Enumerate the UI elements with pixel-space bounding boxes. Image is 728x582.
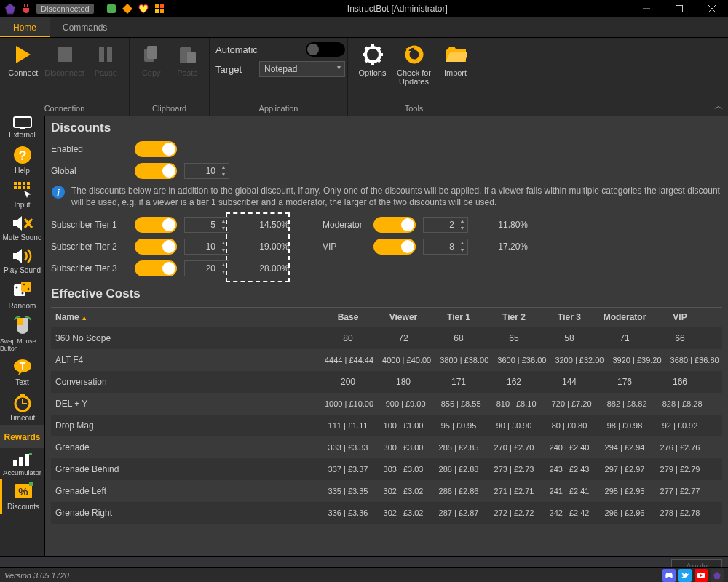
table-row[interactable]: Conversation200180171162144176166: [51, 371, 722, 393]
vip-input[interactable]: [424, 242, 457, 252]
mod-toggle[interactable]: [373, 217, 416, 233]
twitter-icon[interactable]: [678, 569, 692, 582]
table-row[interactable]: Grenade Right336 | £3.36302 | £3.02287 |…: [51, 502, 722, 524]
options-button[interactable]: Options: [354, 42, 391, 77]
group-clipboard-label: Clipboard: [135, 104, 203, 114]
app-icon: [4, 3, 16, 15]
sidebar-item-rewards[interactable]: Rewards: [0, 425, 44, 448]
cell: 276 | £2.76: [652, 443, 708, 452]
enabled-toggle[interactable]: [135, 141, 177, 157]
table-row[interactable]: Grenade Behind337 | £3.37303 | £3.03288 …: [51, 458, 722, 480]
sidebar-item-play-sound[interactable]: Play Sound: [0, 244, 44, 277]
tab-home[interactable]: Home: [0, 17, 50, 37]
tier2-input[interactable]: [185, 242, 218, 252]
sidebar-item-external[interactable]: External: [0, 116, 44, 142]
mod-value[interactable]: ▲▼: [423, 217, 468, 233]
target-select[interactable]: Notepad: [259, 61, 345, 77]
sidebar-item-help[interactable]: ? Help: [0, 142, 44, 178]
cell: 1000 | £10.00: [320, 399, 378, 408]
ribbon: Connect Disconnect Pause Connection Copy…: [0, 38, 728, 116]
check-updates-label: Check for Updates: [395, 68, 432, 86]
check-updates-button[interactable]: Check for Updates: [395, 42, 432, 86]
svg-rect-35: [23, 182, 25, 185]
sidebar-item-mute-sound[interactable]: Mute Sound: [0, 212, 44, 244]
tier3-input[interactable]: [185, 263, 218, 274]
table-row[interactable]: 360 No Scope80726865587166: [51, 327, 722, 349]
col-tier1[interactable]: Tier 1: [431, 312, 486, 322]
svg-rect-33: [14, 182, 17, 185]
col-tier2[interactable]: Tier 2: [486, 312, 542, 322]
heart-icon[interactable]: [138, 3, 149, 15]
global-input[interactable]: [185, 166, 218, 176]
cell: 3600 | £36.00: [493, 356, 550, 364]
svg-rect-18: [187, 52, 196, 63]
tab-commands[interactable]: Commands: [50, 17, 120, 37]
tier1-input[interactable]: [185, 220, 218, 230]
automatic-switch[interactable]: [306, 42, 345, 57]
window-controls: [630, 0, 728, 17]
vip-toggle[interactable]: [373, 239, 416, 255]
discord-icon[interactable]: [662, 569, 676, 582]
tier3-toggle[interactable]: [135, 260, 177, 276]
cell: 273 | £2.73: [486, 465, 542, 474]
ribbon-collapse-icon[interactable]: ︿: [714, 100, 724, 113]
tier2-toggle[interactable]: [135, 239, 177, 255]
cell: 272 | £2.72: [486, 509, 542, 517]
sidebar-item-discounts[interactable]: % Discounts: [0, 479, 44, 514]
tier1-toggle[interactable]: [135, 217, 177, 233]
cell: 720 | £7.20: [544, 399, 599, 408]
spin-up[interactable]: ▲: [218, 164, 229, 171]
cell-name: DEL + Y: [51, 399, 320, 409]
close-button[interactable]: [695, 0, 728, 17]
sidebar-item-swap-mouse[interactable]: Swap Mouse Button: [0, 313, 44, 355]
global-value[interactable]: ▲▼: [184, 163, 229, 179]
puzzle-green-icon[interactable]: [106, 3, 117, 15]
table-row[interactable]: DEL + Y1000 | £10.00900 | £9.00855 | £8.…: [51, 393, 722, 415]
cell: 176: [597, 377, 652, 387]
col-base[interactable]: Base: [320, 312, 376, 322]
cell: 4000 | £40.00: [378, 356, 435, 364]
automatic-label: Automatic: [215, 44, 259, 55]
status-bar: Version 3.05.1720: [0, 567, 728, 582]
grid-orange-icon[interactable]: [154, 3, 165, 15]
svg-point-48: [27, 288, 29, 290]
sidebar-item-timeout[interactable]: Timeout: [0, 389, 44, 425]
tier2-value[interactable]: ▲▼: [184, 239, 229, 255]
col-viewer[interactable]: Viewer: [376, 312, 431, 322]
minimize-button[interactable]: [630, 0, 662, 17]
info-text: The discounts below are in addition to t…: [71, 185, 722, 208]
table-row[interactable]: Grenade333 | £3.33300 | £3.00285 | £2.85…: [51, 436, 722, 458]
col-tier3[interactable]: Tier 3: [542, 312, 597, 322]
app-status-icon[interactable]: [711, 569, 724, 582]
col-name[interactable]: Name: [51, 312, 320, 322]
global-toggle[interactable]: [135, 163, 177, 179]
cell: 271 | £2.71: [486, 487, 542, 495]
vip-value[interactable]: ▲▼: [423, 239, 468, 255]
tier1-value[interactable]: ▲▼: [184, 217, 229, 233]
sidebar-item-random[interactable]: Random: [0, 277, 44, 313]
svg-rect-1: [107, 4, 116, 13]
table-row[interactable]: ALT F44444 | £44.444000 | £40.003800 | £…: [51, 349, 722, 371]
mod-label: Moderator: [323, 220, 366, 230]
sidebar-item-text[interactable]: T Text: [0, 355, 44, 389]
sidebar-item-input[interactable]: Input: [0, 178, 44, 212]
maximize-button[interactable]: [662, 0, 695, 17]
connect-button[interactable]: Connect: [6, 42, 41, 77]
mod-input[interactable]: [424, 220, 457, 230]
youtube-icon[interactable]: [695, 569, 708, 582]
tier3-value[interactable]: ▲▼: [184, 260, 229, 276]
cell: 66: [652, 333, 708, 343]
col-mod[interactable]: Moderator: [597, 312, 652, 322]
import-button[interactable]: Import: [437, 42, 474, 77]
svg-rect-57: [25, 454, 29, 466]
diamond-orange-icon[interactable]: [122, 3, 133, 15]
sidebar-item-accumulator[interactable]: Accumulator: [0, 448, 44, 479]
cell: 297 | £2.97: [597, 465, 652, 474]
cell: 3920 | £39.20: [608, 356, 665, 364]
col-vip[interactable]: VIP: [652, 312, 708, 322]
cell: 287 | £2.87: [431, 509, 486, 517]
cell-name: 360 No Scope: [51, 333, 320, 343]
spin-down[interactable]: ▼: [218, 171, 229, 178]
table-row[interactable]: Drop Mag111 | £1.11100 | £1.0095 | £0.95…: [51, 415, 722, 436]
table-row[interactable]: Grenade Left335 | £3.35302 | £3.02286 | …: [51, 480, 722, 502]
